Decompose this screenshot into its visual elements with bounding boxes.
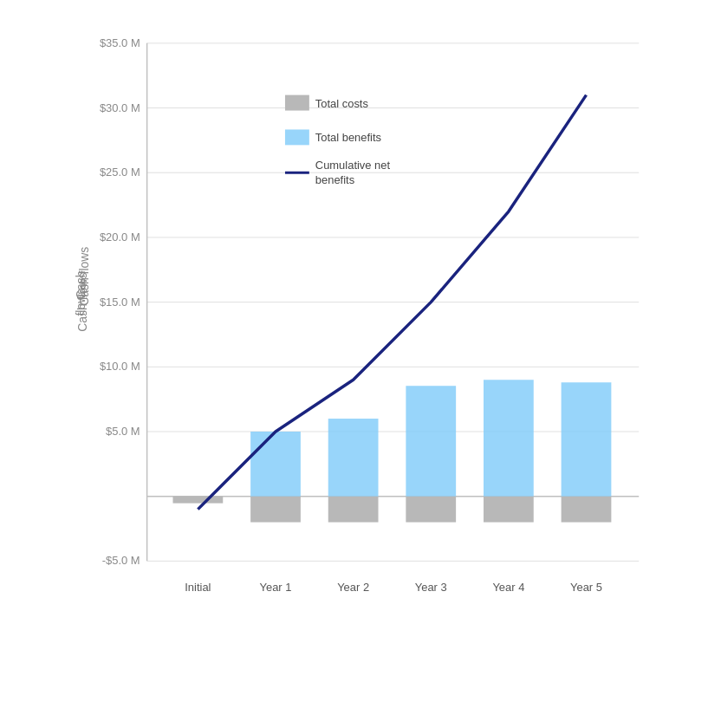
cost-bar-year3 bbox=[406, 497, 456, 523]
y-tick-10: $10.0 M bbox=[100, 360, 140, 373]
benefit-bar-year4 bbox=[484, 380, 534, 496]
chart-container: Cash flows Cash flows $35.0 M $30.0 M $2… bbox=[0, 0, 708, 728]
y-tick-35: $35.0 M bbox=[100, 36, 140, 49]
legend-cost-label: Total costs bbox=[315, 97, 368, 110]
x-label-year2: Year 2 bbox=[337, 581, 369, 594]
legend-cost-swatch bbox=[285, 95, 309, 111]
y-tick-20: $20.0 M bbox=[100, 231, 140, 244]
cost-bar-year4 bbox=[484, 497, 534, 523]
x-label-year5: Year 5 bbox=[570, 581, 602, 594]
benefit-bar-year3 bbox=[406, 386, 456, 496]
chart-svg: Cash flows Cash flows $35.0 M $30.0 M $2… bbox=[69, 17, 691, 673]
cost-bar-initial bbox=[173, 497, 224, 504]
cost-bar-year5 bbox=[562, 497, 612, 523]
benefit-bar-year1 bbox=[250, 432, 301, 497]
legend-line-label: Cumulative net bbox=[315, 159, 391, 172]
y-tick-25: $25.0 M bbox=[100, 166, 140, 179]
y-tick-15: $15.0 M bbox=[100, 296, 140, 309]
x-label-year3: Year 3 bbox=[415, 581, 447, 594]
y-tick-5: $5.0 M bbox=[106, 425, 140, 438]
cost-bar-year2 bbox=[328, 497, 379, 523]
cost-bar-year1 bbox=[250, 497, 301, 523]
legend-line-label2: benefits bbox=[315, 173, 354, 186]
x-label-year4: Year 4 bbox=[492, 581, 524, 594]
benefit-bar-year2 bbox=[328, 419, 379, 497]
benefit-bar-year5 bbox=[562, 382, 612, 496]
y-tick-30: $30.0 M bbox=[100, 101, 140, 114]
y-label: Cash flows bbox=[75, 273, 89, 332]
x-label-initial: Initial bbox=[185, 581, 211, 594]
x-label-year1: Year 1 bbox=[260, 581, 292, 594]
y-tick-neg5: -$5.0 M bbox=[102, 554, 140, 567]
legend-benefits-swatch bbox=[285, 129, 309, 145]
legend-benefits-label: Total benefits bbox=[315, 131, 381, 144]
